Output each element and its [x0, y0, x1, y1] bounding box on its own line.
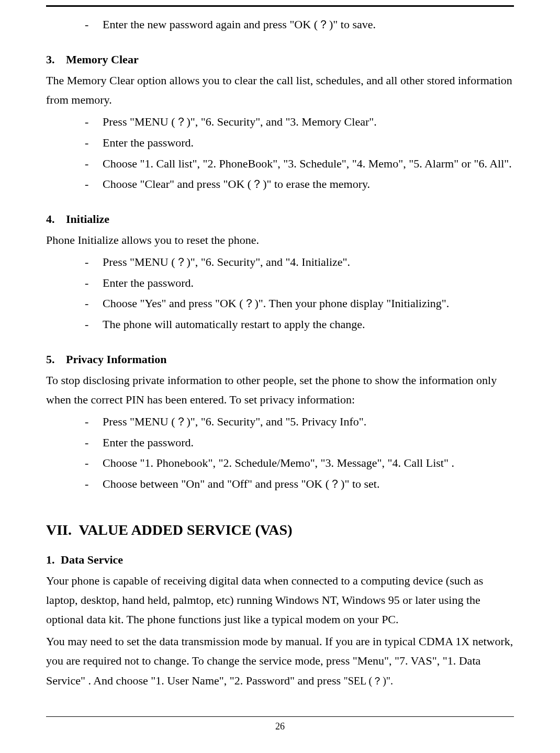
paragraph-text: You may need to set the data transmissio… — [46, 635, 513, 687]
list-item: The phone will automatically restart to … — [85, 314, 514, 335]
list-item: Enter the password. — [85, 273, 514, 294]
section-3-heading: 3.Memory Clear — [46, 53, 514, 66]
section-5-heading: 5.Privacy Information — [46, 353, 514, 366]
section-3-description: The Memory Clear option allows you to cl… — [46, 71, 514, 110]
list-item: Choose "1. Phonebook", "2. Schedule/Memo… — [85, 453, 514, 474]
page-footer: 26 — [46, 716, 514, 740]
section-4-description: Phone Initialize allows you to reset the… — [46, 230, 514, 250]
section-number: 5. — [46, 353, 66, 366]
list-item: Choose "Yes" and press "OK (？)". Then yo… — [85, 293, 514, 314]
list-item: Press "MENU (？)", "6. Security", and "4.… — [85, 252, 514, 273]
leading-bullet-list: Enter the new password again and press "… — [46, 14, 514, 35]
section-number: 3. — [46, 53, 66, 66]
section-5-list: Press "MENU (？)", "6. Security", and "5.… — [46, 411, 514, 494]
section-title: Initialize — [66, 212, 109, 226]
section-title: Privacy Information — [66, 353, 166, 366]
major-number: VII. — [46, 522, 72, 538]
section-number: 1. — [46, 553, 61, 567]
list-item: Enter the new password again and press "… — [85, 14, 514, 35]
page-number: 26 — [46, 717, 514, 740]
list-item: Enter the password. — [85, 132, 514, 153]
subsection-1-paragraph-2: You may need to set the data transmissio… — [46, 632, 514, 690]
section-title: Memory Clear — [66, 53, 139, 66]
document-page: Enter the new password again and press "… — [0, 5, 560, 740]
list-item: Choose "1. Call list", "2. PhoneBook", "… — [85, 153, 514, 174]
list-item: Choose "Clear" and press "OK (？)" to era… — [85, 174, 514, 195]
subsection-1-heading: 1.Data Service — [46, 553, 514, 567]
major-heading-vii: VII. VALUE ADDED SERVICE (VAS) — [46, 522, 514, 538]
list-item: Press "MENU (？)", "6. Security", and "3.… — [85, 111, 514, 132]
list-item: Press "MENU (？)", "6. Security", and "5.… — [85, 411, 514, 432]
top-rule — [46, 5, 514, 7]
section-4-list: Press "MENU (？)", "6. Security", and "4.… — [46, 252, 514, 334]
subsection-1-paragraph-1: Your phone is capable of receiving digit… — [46, 571, 514, 630]
section-title: Data Service — [61, 553, 123, 566]
section-4-heading: 4.Initialize — [46, 212, 514, 226]
major-title: VALUE ADDED SERVICE (VAS) — [79, 522, 293, 538]
list-item: Enter the password. — [85, 432, 514, 453]
list-item: Choose between "On" and "Off" and press … — [85, 474, 514, 494]
section-number: 4. — [46, 212, 66, 226]
section-5-description: To stop disclosing private information t… — [46, 370, 514, 410]
section-3-list: Press "MENU (？)", "6. Security", and "3.… — [46, 111, 514, 194]
paragraph-text-small: "SEL (？)". — [344, 675, 393, 687]
